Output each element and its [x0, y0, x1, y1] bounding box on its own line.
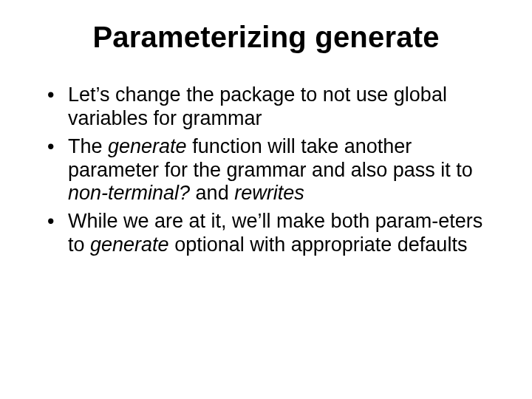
text-segment: The	[68, 135, 108, 157]
text-segment: generate	[108, 135, 187, 157]
slide: Parameterizing generate Let’s change the…	[0, 0, 532, 399]
list-item: The generate function will take another …	[47, 135, 497, 206]
list-item: Let’s change the package to not use glob…	[47, 83, 497, 131]
text-segment: optional with appropriate defaults	[169, 233, 468, 256]
bullet-list: Let’s change the package to not use glob…	[47, 83, 497, 257]
text-segment: Let’s change the package to not use glob…	[68, 83, 447, 129]
list-item: While we are at it, we’ll make both para…	[47, 210, 497, 257]
text-segment: non-terminal?	[68, 182, 190, 204]
slide-title: Parameterizing generate	[35, 21, 497, 54]
text-segment: rewrites	[234, 182, 304, 204]
text-segment: generate	[90, 233, 169, 256]
text-segment: and	[190, 182, 234, 204]
